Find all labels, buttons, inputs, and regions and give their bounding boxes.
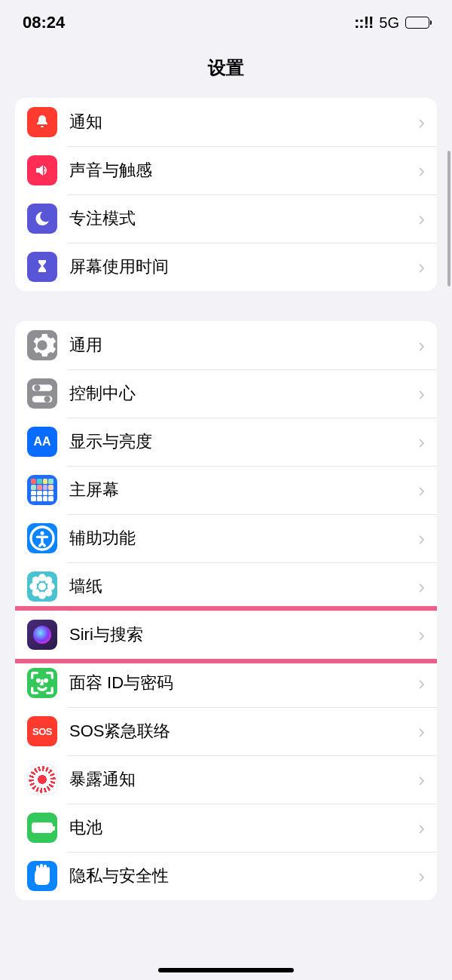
row-battery[interactable]: 电池 › <box>15 804 437 852</box>
exposure-icon <box>27 764 57 795</box>
row-label: 控制中心 <box>69 382 418 405</box>
aa-text: AA <box>33 435 50 449</box>
toggles-icon <box>27 378 57 409</box>
svg-point-12 <box>44 577 52 584</box>
row-screentime[interactable]: 屏幕使用时间 › <box>15 243 437 291</box>
chevron-right-icon: › <box>418 111 425 134</box>
row-wallpaper[interactable]: 墙纸 › <box>15 562 437 611</box>
speaker-icon <box>27 155 57 185</box>
row-label: 主屏幕 <box>69 479 418 501</box>
row-label: 电池 <box>69 816 418 839</box>
row-display[interactable]: AA 显示与亮度 › <box>15 418 437 466</box>
row-label: 墙纸 <box>69 575 418 598</box>
chevron-right-icon: › <box>418 720 425 743</box>
row-label: 声音与触感 <box>69 159 418 182</box>
flower-icon <box>27 571 57 602</box>
chevron-right-icon: › <box>418 672 425 695</box>
battery-icon <box>405 17 429 29</box>
row-accessibility[interactable]: 辅助功能 › <box>15 514 437 562</box>
status-time: 08:24 <box>23 13 65 32</box>
siri-icon <box>27 620 57 650</box>
face-id-icon <box>27 668 57 698</box>
row-home-screen[interactable]: 主屏幕 › <box>15 466 437 514</box>
accessibility-icon <box>27 523 57 553</box>
chevron-right-icon: › <box>418 623 425 647</box>
page-title: 设置 <box>0 45 452 98</box>
row-notifications[interactable]: 通知 › <box>15 98 437 146</box>
chevron-right-icon: › <box>418 159 425 182</box>
row-control-center[interactable]: 控制中心 › <box>15 369 437 418</box>
chevron-right-icon: › <box>418 256 425 279</box>
sos-icon: SOS <box>27 716 57 746</box>
chevron-right-icon: › <box>418 816 425 840</box>
gear-icon <box>27 330 57 360</box>
row-siri[interactable]: Siri与搜索 › <box>15 611 437 659</box>
row-label: 显示与亮度 <box>69 430 418 453</box>
row-sos[interactable]: SOS SOS紧急联络 › <box>15 707 437 755</box>
row-label: 专注模式 <box>69 207 418 230</box>
row-label: 隐私与安全性 <box>69 865 418 887</box>
row-label: SOS紧急联络 <box>69 720 418 743</box>
svg-point-14 <box>44 589 52 596</box>
chevron-right-icon: › <box>418 207 425 231</box>
chevron-right-icon: › <box>418 527 425 550</box>
hourglass-icon <box>27 252 57 282</box>
grid-icon <box>27 475 57 505</box>
text-size-icon: AA <box>27 427 57 457</box>
scrollbar[interactable] <box>447 151 450 286</box>
svg-point-11 <box>32 577 40 584</box>
settings-group-2: 通用 › 控制中心 › AA 显示与亮度 › 主屏幕 › 辅助功能 › 墙纸 › <box>15 321 437 900</box>
status-right: ::!! 5G <box>354 13 429 32</box>
row-label: Siri与搜索 <box>69 623 418 646</box>
row-focus[interactable]: 专注模式 › <box>15 194 437 243</box>
chevron-right-icon: › <box>418 768 425 792</box>
bell-icon <box>27 107 57 137</box>
battery-icon <box>27 813 57 843</box>
row-faceid[interactable]: 面容 ID与密码 › <box>15 659 437 707</box>
svg-point-1 <box>34 384 40 390</box>
moon-icon <box>27 204 57 234</box>
row-label: 辅助功能 <box>69 527 418 550</box>
svg-point-6 <box>38 583 46 590</box>
row-sounds[interactable]: 声音与触感 › <box>15 146 437 194</box>
row-label: 屏幕使用时间 <box>69 256 418 278</box>
chevron-right-icon: › <box>418 575 425 599</box>
chevron-right-icon: › <box>418 334 425 357</box>
row-general[interactable]: 通用 › <box>15 321 437 369</box>
chevron-right-icon: › <box>418 479 425 502</box>
chevron-right-icon: › <box>418 865 425 888</box>
signal-icon: ::!! <box>354 13 373 32</box>
network-label: 5G <box>379 14 399 32</box>
svg-point-16 <box>45 679 47 681</box>
row-label: 通用 <box>69 334 418 357</box>
home-indicator[interactable] <box>158 968 294 972</box>
settings-group-1: 通知 › 声音与触感 › 专注模式 › 屏幕使用时间 › <box>15 98 437 291</box>
row-privacy[interactable]: 隐私与安全性 › <box>15 852 437 900</box>
svg-point-3 <box>44 396 50 402</box>
svg-point-13 <box>32 589 40 596</box>
hand-icon <box>27 861 57 891</box>
row-label: 通知 <box>69 111 418 133</box>
row-label: 面容 ID与密码 <box>69 672 418 694</box>
chevron-right-icon: › <box>418 382 425 406</box>
row-exposure[interactable]: 暴露通知 › <box>15 755 437 804</box>
row-label: 暴露通知 <box>69 768 418 791</box>
chevron-right-icon: › <box>418 430 425 454</box>
status-bar: 08:24 ::!! 5G <box>0 0 452 45</box>
svg-point-5 <box>41 531 44 535</box>
svg-point-15 <box>38 679 40 681</box>
sos-text: SOS <box>32 726 52 737</box>
